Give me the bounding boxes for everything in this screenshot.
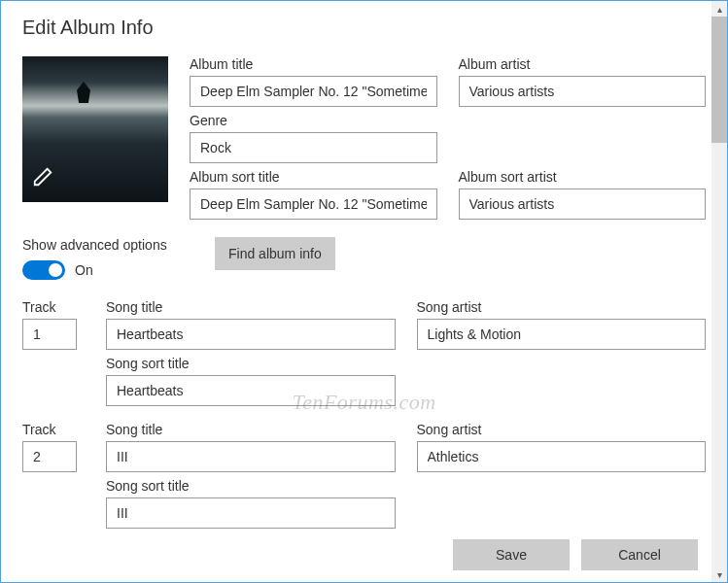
- album-sort-artist-input[interactable]: [459, 189, 707, 220]
- edit-album-window: Edit Album Info Album title Album artist: [0, 0, 728, 583]
- album-section: Album title Album artist Genre Album sor…: [22, 56, 706, 220]
- album-title-label: Album title: [190, 56, 437, 72]
- genre-label: Genre: [190, 113, 437, 128]
- track-header: Track: [22, 299, 85, 315]
- page-title: Edit Album Info: [22, 17, 706, 39]
- advanced-row: Show advanced options On Find album info: [22, 237, 706, 280]
- song-title-col: Song title: [106, 422, 396, 472]
- song-sort-title-input[interactable]: [106, 497, 396, 529]
- track-number-input[interactable]: [22, 441, 77, 472]
- album-sort-artist-label: Album sort artist: [459, 169, 707, 185]
- track-number-input[interactable]: [22, 319, 77, 350]
- song-artist-col: Song artist: [417, 422, 707, 472]
- song-sort-title-header: Song sort title: [106, 356, 396, 371]
- album-artist-field: Album artist: [459, 56, 707, 107]
- find-album-info-button[interactable]: Find album info: [215, 237, 335, 270]
- track-row: Track Song title Song artist Song sort t…: [22, 299, 706, 406]
- save-button[interactable]: Save: [453, 539, 570, 570]
- song-artist-header: Song artist: [417, 422, 707, 437]
- song-title-header: Song title: [106, 422, 396, 437]
- album-sort-artist-field: Album sort artist: [459, 169, 707, 220]
- song-artist-header: Song artist: [417, 299, 707, 315]
- song-sort-title-input[interactable]: [106, 375, 396, 406]
- scroll-up-icon[interactable]: ▴: [711, 1, 727, 17]
- song-sort-title-col: Song sort title: [106, 478, 396, 529]
- track-row: Track Song title Song artist Song sort t…: [22, 422, 706, 529]
- song-sort-title-header: Song sort title: [106, 478, 396, 494]
- album-fields: Album title Album artist Genre Album sor…: [190, 56, 706, 220]
- scroll-thumb[interactable]: [711, 17, 727, 143]
- footer-buttons: Save Cancel: [453, 539, 698, 570]
- album-sort-title-label: Album sort title: [190, 169, 437, 185]
- content-area: Edit Album Info Album title Album artist: [1, 1, 727, 582]
- album-artist-label: Album artist: [459, 56, 707, 72]
- track-num-col: Track: [22, 422, 85, 472]
- album-sort-title-input[interactable]: [190, 189, 437, 220]
- cancel-button[interactable]: Cancel: [581, 539, 698, 570]
- album-cover[interactable]: [22, 56, 168, 202]
- pencil-icon[interactable]: [32, 166, 53, 192]
- song-artist-input[interactable]: [417, 441, 707, 472]
- album-sort-title-field: Album sort title: [190, 169, 437, 220]
- advanced-label: Show advanced options: [22, 237, 168, 253]
- album-title-input[interactable]: [190, 76, 437, 107]
- scroll-down-icon[interactable]: ▾: [711, 566, 727, 582]
- song-artist-input[interactable]: [417, 319, 707, 350]
- album-artist-input[interactable]: [459, 76, 707, 107]
- track-header: Track: [22, 422, 85, 437]
- scrollbar[interactable]: ▴ ▾: [711, 1, 727, 582]
- genre-input[interactable]: [190, 132, 437, 163]
- advanced-state: On: [75, 262, 93, 278]
- advanced-toggle-group: Show advanced options On: [22, 237, 168, 280]
- song-title-input[interactable]: [106, 441, 396, 472]
- track-num-col: Track: [22, 299, 85, 350]
- song-title-col: Song title: [106, 299, 396, 350]
- song-artist-col: Song artist: [417, 299, 707, 350]
- song-title-input[interactable]: [106, 319, 396, 350]
- advanced-toggle[interactable]: [22, 260, 65, 280]
- album-title-field: Album title: [190, 56, 437, 107]
- song-title-header: Song title: [106, 299, 396, 315]
- song-sort-title-col: Song sort title: [106, 356, 396, 406]
- genre-field: Genre: [190, 113, 437, 163]
- toggle-row: On: [22, 260, 168, 280]
